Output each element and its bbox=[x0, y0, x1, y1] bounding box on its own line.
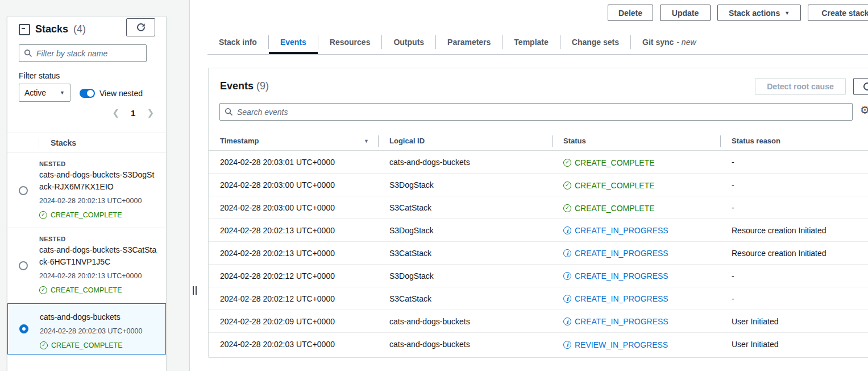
cell-timestamp: 2024-02-28 20:02:12 UTC+0000 bbox=[209, 271, 378, 281]
cell-timestamp: 2024-02-28 20:03:00 UTC+0000 bbox=[209, 203, 378, 212]
refresh-icon bbox=[863, 82, 868, 91]
status-badge: CREATE_COMPLETE bbox=[563, 181, 655, 190]
stacks-panel-header: Stacks (4) bbox=[19, 23, 86, 35]
column-header-logical-id: Logical ID bbox=[378, 137, 552, 145]
column-header-status-reason: Status reason bbox=[720, 137, 868, 145]
status-badge: REVIEW_IN_PROGRESS bbox=[563, 340, 668, 349]
page-number[interactable]: 1 bbox=[131, 108, 135, 118]
cell-logical-id: cats-and-dogs-buckets bbox=[378, 317, 552, 326]
stack-list-item[interactable]: cfst-1449- bbox=[7, 354, 166, 371]
status-icon bbox=[563, 159, 571, 167]
cell-status-reason: - bbox=[720, 271, 868, 281]
events-count: (9) bbox=[256, 80, 269, 92]
search-events-placeholder: Search events bbox=[237, 108, 288, 117]
stack-filter-placeholder: Filter by stack name bbox=[36, 49, 107, 58]
stacks-list-header: Stacks bbox=[7, 133, 166, 153]
stack-list-item-selected[interactable]: cats-and-dogs-buckets 2024-02-28 20:02:0… bbox=[7, 303, 166, 354]
chevron-down-icon: ▼ bbox=[784, 10, 790, 16]
tab-template[interactable]: Template bbox=[502, 30, 559, 54]
view-nested-toggle[interactable] bbox=[80, 89, 95, 98]
status-icon bbox=[563, 295, 571, 303]
status-icon bbox=[40, 341, 48, 349]
status-badge: CREATE_COMPLETE bbox=[39, 211, 122, 219]
cell-status-reason: - bbox=[720, 180, 868, 189]
tab-git-sync[interactable]: Git sync - new bbox=[631, 30, 707, 54]
cell-logical-id: S3DogStack bbox=[378, 180, 552, 189]
stack-detail-tabs: Stack info Events Resources Outputs Para… bbox=[207, 30, 868, 55]
tab-outputs[interactable]: Outputs bbox=[382, 30, 435, 54]
status-badge: CREATE_COMPLETE bbox=[39, 286, 122, 294]
cell-timestamp: 2024-02-28 20:03:01 UTC+0000 bbox=[209, 158, 378, 167]
chevron-down-icon: ▼ bbox=[60, 90, 65, 96]
status-badge: CREATE_IN_PROGRESS bbox=[563, 271, 668, 281]
stacks-side-panel: Stacks (4) Filter by stack name Filter s… bbox=[7, 16, 167, 371]
status-badge: CREATE_COMPLETE bbox=[563, 158, 655, 167]
cell-timestamp: 2024-02-28 20:02:03 UTC+0000 bbox=[209, 340, 378, 349]
cell-logical-id: S3CatStack bbox=[378, 203, 552, 212]
update-button[interactable]: Update bbox=[660, 5, 711, 21]
collapse-panel-icon[interactable] bbox=[19, 24, 30, 35]
status-icon bbox=[563, 272, 571, 280]
panel-resize-handle[interactable] bbox=[193, 286, 198, 295]
column-header-timestamp[interactable]: Timestamp ▼ bbox=[209, 137, 378, 145]
detect-root-cause-button[interactable]: Detect root cause bbox=[755, 78, 846, 95]
stacks-pagination: ❮ 1 ❯ bbox=[113, 108, 155, 118]
stack-name: cats-and-dogs-buckets-S3CatStack-6HGT1NV… bbox=[39, 244, 157, 268]
stack-radio-checked[interactable] bbox=[19, 324, 28, 333]
next-page-icon[interactable]: ❯ bbox=[147, 108, 154, 118]
status-icon bbox=[563, 318, 571, 325]
status-icon bbox=[563, 341, 571, 349]
stacks-panel-title: Stacks bbox=[35, 23, 68, 35]
cell-timestamp: 2024-02-28 20:02:09 UTC+0000 bbox=[209, 317, 378, 326]
status-badge: CREATE_IN_PROGRESS bbox=[563, 226, 668, 235]
cell-status-reason: Resource creation Initiated bbox=[720, 226, 868, 235]
tab-stack-info[interactable]: Stack info bbox=[207, 30, 268, 54]
status-badge: CREATE_IN_PROGRESS bbox=[563, 249, 668, 258]
tab-change-sets[interactable]: Change sets bbox=[560, 30, 630, 54]
status-badge: CREATE_IN_PROGRESS bbox=[563, 317, 668, 326]
status-badge: CREATE_COMPLETE bbox=[40, 341, 123, 349]
tab-events[interactable]: Events bbox=[269, 30, 318, 54]
create-stack-button[interactable]: Create stack bbox=[808, 5, 868, 21]
stack-radio[interactable] bbox=[19, 186, 28, 195]
stack-filter-input[interactable]: Filter by stack name bbox=[19, 44, 147, 62]
table-settings-gear-icon[interactable]: ⚙ bbox=[860, 105, 868, 116]
cell-logical-id: S3CatStack bbox=[378, 249, 552, 258]
status-badge: CREATE_IN_PROGRESS bbox=[563, 294, 668, 303]
stack-actions-button[interactable]: Stack actions ▼ bbox=[717, 5, 801, 21]
status-filter-select[interactable]: Active ▼ bbox=[19, 84, 70, 102]
refresh-stacks-button[interactable] bbox=[126, 18, 155, 36]
sort-descending-icon[interactable]: ▼ bbox=[364, 138, 369, 144]
refresh-icon bbox=[136, 23, 146, 32]
cell-logical-id: S3CatStack bbox=[378, 294, 552, 303]
table-row: 2024-02-28 20:03:01 UTC+0000 cats-and-do… bbox=[209, 151, 868, 174]
prev-page-icon[interactable]: ❮ bbox=[113, 108, 120, 118]
stack-radio[interactable] bbox=[19, 261, 28, 270]
cell-timestamp: 2024-02-28 20:03:00 UTC+0000 bbox=[209, 180, 378, 189]
status-filter-value: Active bbox=[24, 88, 46, 97]
table-row: 2024-02-28 20:03:00 UTC+0000 S3DogStack … bbox=[209, 174, 868, 196]
status-icon bbox=[563, 249, 571, 257]
tab-parameters[interactable]: Parameters bbox=[436, 30, 502, 54]
table-row: 2024-02-28 20:02:12 UTC+0000 S3DogStack … bbox=[209, 265, 868, 287]
events-title: Events (9) bbox=[220, 80, 269, 92]
new-feature-label: - new bbox=[676, 38, 696, 47]
events-table-body: 2024-02-28 20:03:01 UTC+0000 cats-and-do… bbox=[209, 151, 868, 356]
nested-badge: NESTED bbox=[39, 160, 157, 167]
status-icon bbox=[563, 226, 571, 234]
stack-name: cfst-1449- bbox=[39, 369, 74, 371]
delete-button[interactable]: Delete bbox=[608, 5, 653, 21]
tab-resources[interactable]: Resources bbox=[318, 30, 382, 54]
table-row: 2024-02-28 20:02:13 UTC+0000 S3CatStack … bbox=[209, 242, 868, 265]
status-icon bbox=[39, 211, 47, 219]
cell-logical-id: S3DogStack bbox=[378, 226, 552, 235]
cell-status-reason: - bbox=[720, 294, 868, 303]
search-events-input[interactable]: Search events bbox=[219, 103, 853, 121]
cell-logical-id: cats-and-dogs-buckets bbox=[378, 158, 552, 167]
stack-list-item[interactable]: NESTED cats-and-dogs-buckets-S3DogStack-… bbox=[7, 153, 166, 228]
cell-timestamp: 2024-02-28 20:02:13 UTC+0000 bbox=[209, 226, 378, 235]
cell-status-reason: User Initiated bbox=[720, 317, 868, 326]
refresh-events-button[interactable] bbox=[853, 78, 868, 95]
stack-name: cats-and-dogs-buckets bbox=[40, 311, 156, 323]
stack-list-item[interactable]: NESTED cats-and-dogs-buckets-S3CatStack-… bbox=[7, 228, 166, 303]
